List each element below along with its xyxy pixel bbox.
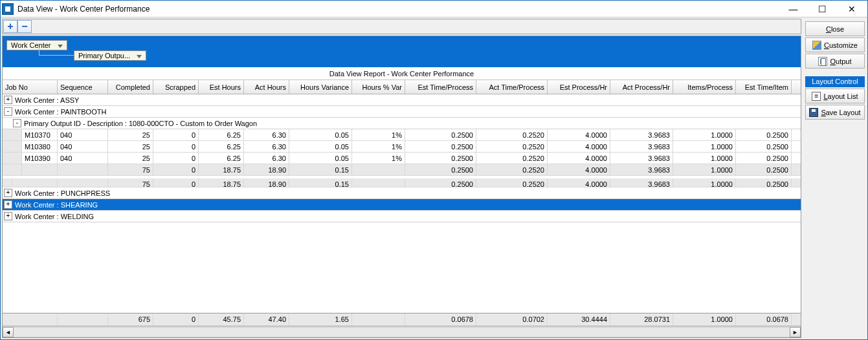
group-row-assy[interactable]: + Work Center : ASSY — [3, 94, 801, 106]
action-sidebar: Close Customize Output Layout Control La… — [803, 17, 867, 339]
col-sequence[interactable]: Sequence — [58, 80, 108, 94]
cell: 6.25 — [199, 141, 244, 152]
cell: 0.2500 — [736, 141, 792, 152]
col-scrapped[interactable]: Scrapped — [153, 80, 199, 94]
customize-icon — [812, 41, 821, 50]
cell: 0.2500 — [736, 129, 792, 140]
cell: M10380 — [22, 141, 58, 152]
cell: 6.30 — [244, 141, 289, 152]
table-row[interactable]: M10370 040 25 0 6.25 6.30 0.05 1% 0.2500… — [3, 129, 801, 141]
cell: 4.0000 — [548, 164, 610, 175]
cell: 30.4444 — [548, 313, 610, 326]
cell — [3, 313, 58, 326]
data-grid: Work Center Primary Outpu... Data View R… — [2, 36, 801, 338]
table-row[interactable]: M10390 040 25 0 6.25 6.30 0.05 1% 0.2500… — [3, 153, 801, 164]
cell: 4.0000 — [548, 178, 610, 187]
cell: 0.2520 — [476, 141, 548, 152]
col-est-time-process[interactable]: Est Time/Process — [405, 80, 476, 94]
cell — [58, 164, 108, 175]
cell — [58, 313, 108, 326]
cell: 25 — [108, 141, 153, 152]
mnemonic: L — [823, 92, 827, 100]
cell: 0.05 — [289, 129, 352, 140]
expand-icon[interactable]: + — [4, 96, 12, 104]
cell: 0 — [153, 178, 199, 187]
grid-body[interactable]: + Work Center : ASSY - Work Center : PAI… — [3, 94, 801, 313]
col-est-hours[interactable]: Est Hours — [199, 80, 244, 94]
close-window-button[interactable]: ✕ — [837, 1, 866, 17]
cell: 675 — [108, 313, 153, 326]
col-act-hours[interactable]: Act Hours — [244, 80, 289, 94]
cell: 1.0000 — [673, 164, 736, 175]
group-row-welding[interactable]: + Work Center : WELDING — [3, 211, 801, 222]
expand-icon[interactable]: + — [4, 200, 12, 209]
group-label: Work Center : ASSY — [15, 96, 79, 104]
minimize-button[interactable]: — — [779, 1, 808, 17]
group-by-panel[interactable]: Work Center Primary Outpu... — [3, 36, 801, 67]
cell: 3.9683 — [610, 153, 673, 164]
collapse-icon[interactable]: - — [13, 119, 21, 127]
cell: 040 — [58, 141, 108, 152]
col-est-process-hr[interactable]: Est Process/Hr — [548, 80, 610, 94]
close-button[interactable]: Close — [805, 21, 865, 36]
scroll-right-button[interactable]: ► — [790, 327, 801, 337]
group-row-primary-output[interactable]: - Primary Output ID - Description : 1080… — [3, 118, 801, 129]
subtotal-row: 75 0 18.75 18.90 0.15 0.2500 0.2520 4.00… — [3, 176, 801, 187]
col-est-time-item[interactable]: Est Time/Item — [736, 80, 792, 94]
table-row[interactable]: M10380 040 25 0 6.25 6.30 0.05 1% 0.2500… — [3, 141, 801, 153]
mnemonic: O — [830, 58, 836, 65]
cell: 3.9683 — [610, 164, 673, 175]
save-layout-button[interactable]: Save Layout — [805, 105, 865, 120]
customize-button[interactable]: Customize — [805, 37, 865, 52]
maximize-button[interactable]: ☐ — [808, 1, 837, 17]
collapse-icon[interactable]: - — [4, 107, 12, 116]
expand-icon[interactable]: + — [4, 189, 12, 197]
col-items-process[interactable]: Items/Process — [673, 80, 736, 94]
collapse-all-button[interactable]: − — [17, 20, 32, 33]
col-job-no[interactable]: Job No — [3, 80, 58, 94]
cell: 0 — [153, 153, 199, 164]
group-row-paintbooth[interactable]: - Work Center : PAINTBOOTH — [3, 106, 801, 118]
cell: 75 — [108, 164, 153, 175]
col-completed[interactable]: Completed — [108, 80, 153, 94]
mnemonic: C — [824, 41, 829, 49]
cell-seq: 040 — [58, 129, 108, 140]
group-label: Work Center : SHEARING — [15, 201, 98, 209]
cell: 0.0678 — [405, 313, 476, 326]
col-act-time-process[interactable]: Act Time/Process — [476, 80, 548, 94]
layout-list-button[interactable]: Layout List — [805, 89, 865, 103]
group-row-punchpress[interactable]: + Work Center : PUNCHPRESS — [3, 187, 801, 199]
horizontal-scrollbar[interactable]: ◄ ► — [3, 326, 801, 337]
cell: 1.0000 — [673, 178, 736, 187]
cell: 0.2500 — [405, 153, 476, 164]
group-row-shearing[interactable]: + Work Center : SHEARING — [3, 199, 801, 211]
indent-cell — [3, 164, 22, 175]
cell: 0.0702 — [476, 313, 548, 326]
indent-cell — [3, 141, 22, 152]
cell: 6.25 — [199, 129, 244, 140]
cell — [352, 164, 405, 175]
group-chip-primary-output[interactable]: Primary Outpu... — [74, 50, 146, 61]
output-button[interactable]: Output — [805, 54, 865, 69]
cell: 1% — [352, 153, 405, 164]
col-hours-variance[interactable]: Hours Variance — [289, 80, 352, 94]
cell: 75 — [108, 178, 153, 187]
left-pane: + − Work Center Primary Outpu... Data Vi… — [1, 17, 803, 339]
cell: 0.0678 — [736, 313, 792, 326]
cell: 4.0000 — [548, 153, 610, 164]
app-window: Data View - Work Center Performance — ☐ … — [0, 0, 868, 340]
mnemonic: C — [826, 25, 831, 33]
col-act-process-hr[interactable]: Act Process/Hr — [610, 80, 673, 94]
cell — [12, 178, 58, 187]
scroll-track[interactable] — [14, 327, 790, 337]
indent-cell — [3, 129, 22, 140]
expand-all-button[interactable]: + — [3, 20, 17, 33]
col-hours-pct-var[interactable]: Hours % Var — [352, 80, 405, 94]
cell — [352, 313, 405, 326]
expand-icon[interactable]: + — [4, 212, 12, 220]
cell: 0 — [153, 313, 199, 326]
save-icon — [809, 108, 818, 117]
scroll-left-button[interactable]: ◄ — [3, 327, 14, 337]
cell: 1.0000 — [673, 129, 736, 140]
cell: 1.0000 — [673, 153, 736, 164]
